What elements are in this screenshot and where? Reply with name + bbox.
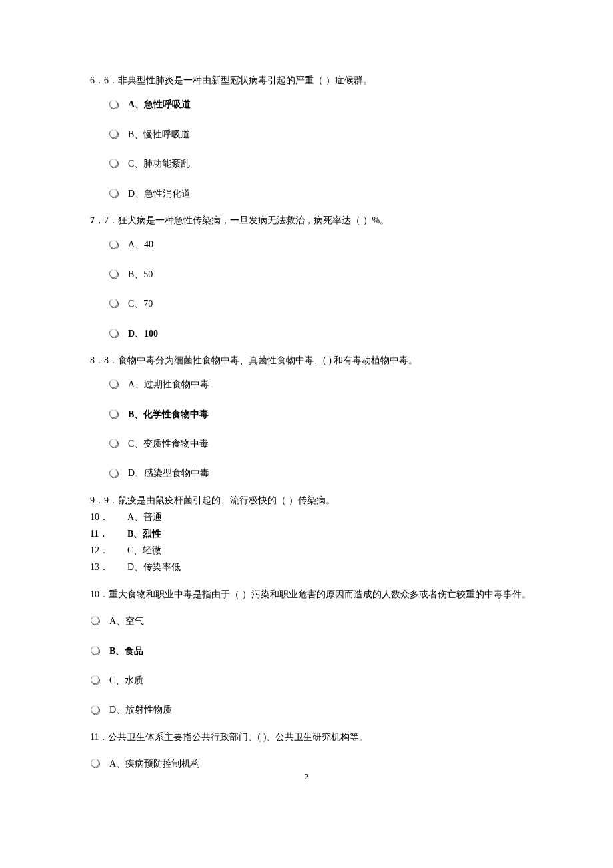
q7-option-a[interactable]: A、40 <box>90 235 533 252</box>
q7-option-a-text: A、40 <box>128 235 153 252</box>
q10-option-d[interactable]: D、放射性物质 <box>90 700 533 717</box>
question-8-text: 8．8．食物中毒分为细菌性食物中毒、真菌性食物中毒、( ) 和有毒动植物中毒。 <box>90 353 533 368</box>
q8-option-c[interactable]: C、变质性食物中毒 <box>90 434 533 451</box>
radio-icon <box>109 298 119 308</box>
radio-icon <box>109 438 119 448</box>
q8-option-d[interactable]: D、感染型食物中毒 <box>90 463 533 481</box>
radio-icon <box>90 645 100 655</box>
q9-line-10: 10．A、普通 <box>90 510 533 524</box>
radio-icon <box>90 675 100 685</box>
radio-icon <box>109 269 119 279</box>
q8-option-a-text: A、过期性食物中毒 <box>128 375 209 392</box>
q7-option-d[interactable]: D、100 <box>90 324 533 341</box>
question-6-text: 6．6．非典型性肺炎是一种由新型冠状病毒引起的严重（ ）症候群。 <box>90 73 533 88</box>
q7-option-c-text: C、70 <box>128 294 153 311</box>
question-10: 10．重大食物和职业中毒是指由于（ ）污染和职业危害的原因而造成的人数众多或者伤… <box>90 587 533 718</box>
question-7: 7．7．7．狂犬病是一种急性传染病，一旦发病无法救治，病死率达（ ）%。7．狂犬… <box>90 213 533 341</box>
question-9: 9．9．鼠疫是由鼠疫杆菌引起的、流行极快的（ ）传染病。 10．A、普通 11．… <box>90 493 533 574</box>
q6-option-d[interactable]: D、急性消化道 <box>90 184 533 201</box>
q6-option-c-text: C、肺功能紊乱 <box>128 154 190 171</box>
q6-option-b-text: B、慢性呼吸道 <box>128 125 190 142</box>
radio-icon <box>109 188 119 198</box>
q8-option-b-text: B、化学性食物中毒 <box>128 405 209 422</box>
question-11-text: 11．公共卫生体系主要指公共行政部门、( )、公共卫生研究机构等。 <box>90 730 533 745</box>
q6-option-a[interactable]: A、急性呼吸道 <box>90 95 533 112</box>
q6-option-a-text: A、急性呼吸道 <box>128 95 191 112</box>
q10-option-c-text: C、水质 <box>109 671 143 688</box>
q10-option-c[interactable]: C、水质 <box>90 671 533 688</box>
q11-option-a[interactable]: A、疾病预防控制机构 <box>90 754 533 771</box>
q6-option-c[interactable]: C、肺功能紊乱 <box>90 154 533 171</box>
radio-icon <box>109 239 119 249</box>
q9-line-13: 13．D、传染率低 <box>90 560 533 574</box>
radio-icon <box>109 158 119 168</box>
q10-option-b-text: B、食品 <box>109 641 143 659</box>
question-8: 8．8．食物中毒分为细菌性食物中毒、真菌性食物中毒、( ) 和有毒动植物中毒。 … <box>90 353 533 481</box>
q8-option-b[interactable]: B、化学性食物中毒 <box>90 405 533 422</box>
radio-icon <box>109 379 119 389</box>
question-10-text: 10．重大食物和职业中毒是指由于（ ）污染和职业危害的原因而造成的人数众多或者伤… <box>90 587 533 602</box>
page-number: 2 <box>305 770 309 784</box>
radio-icon <box>90 705 100 715</box>
q8-option-a[interactable]: A、过期性食物中毒 <box>90 375 533 392</box>
radio-icon <box>109 99 119 109</box>
question-9-text: 9．9．鼠疫是由鼠疫杆菌引起的、流行极快的（ ）传染病。 <box>90 493 533 507</box>
radio-icon <box>109 468 119 478</box>
radio-icon <box>109 129 119 139</box>
q9-line-11: 11．B、烈性 <box>90 527 533 541</box>
q7-option-b[interactable]: B、50 <box>90 265 533 282</box>
radio-icon <box>90 615 100 625</box>
question-6: 6．6．非典型性肺炎是一种由新型冠状病毒引起的严重（ ）症候群。 A、急性呼吸道… <box>90 73 533 201</box>
radio-icon <box>109 409 119 419</box>
q7-option-d-text: D、100 <box>128 324 158 341</box>
question-7-text: 7．7．7．狂犬病是一种急性传染病，一旦发病无法救治，病死率达（ ）%。7．狂犬… <box>90 213 533 228</box>
q6-option-d-text: D、急性消化道 <box>128 184 191 201</box>
q11-option-a-text: A、疾病预防控制机构 <box>109 754 200 771</box>
radio-icon <box>90 758 100 768</box>
radio-icon <box>109 328 119 338</box>
q9-line-12: 12．C、轻微 <box>90 543 533 557</box>
question-11: 11．公共卫生体系主要指公共行政部门、( )、公共卫生研究机构等。 A、疾病预防… <box>90 730 533 772</box>
q10-option-b[interactable]: B、食品 <box>90 641 533 659</box>
q6-option-b[interactable]: B、慢性呼吸道 <box>90 125 533 142</box>
q8-option-c-text: C、变质性食物中毒 <box>128 434 209 451</box>
q10-option-a[interactable]: A、空气 <box>90 611 533 629</box>
q7-option-b-text: B、50 <box>128 265 153 282</box>
q10-option-d-text: D、放射性物质 <box>109 700 172 717</box>
q10-option-a-text: A、空气 <box>109 611 144 629</box>
q7-option-c[interactable]: C、70 <box>90 294 533 311</box>
q8-option-d-text: D、感染型食物中毒 <box>128 463 209 481</box>
